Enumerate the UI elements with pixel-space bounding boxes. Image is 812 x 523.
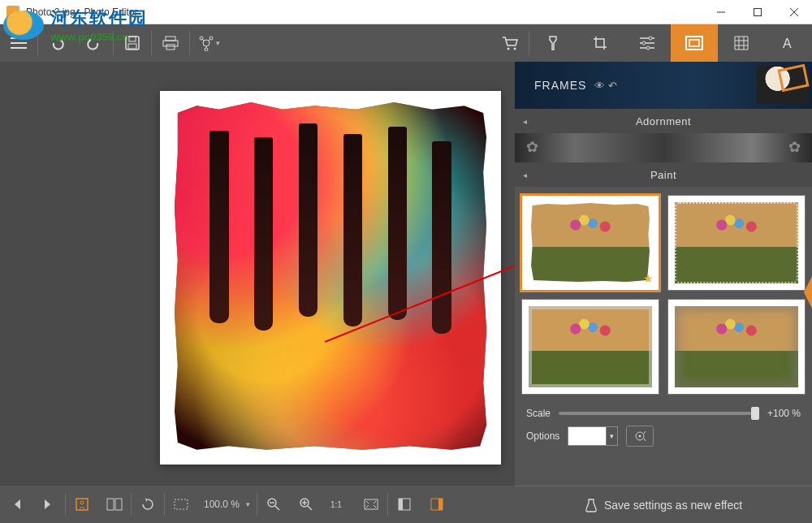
reset-icon[interactable]: ↶ [608, 80, 617, 92]
view-single-button[interactable] [66, 486, 98, 523]
section-paint-header[interactable]: ◂ Paint [515, 162, 812, 187]
section-adornment-label: Adornment [636, 115, 691, 128]
options-label: Options [526, 430, 559, 442]
panel-left-button[interactable] [388, 486, 421, 523]
zoom-out-button[interactable] [257, 486, 290, 523]
adornment-preview-strip[interactable] [515, 133, 812, 162]
svg-point-27 [646, 46, 650, 50]
visibility-toggle-icon[interactable]: 👁 [594, 80, 605, 92]
svg-rect-7 [126, 37, 139, 50]
section-adornment-header[interactable]: ◂ Adornment [515, 109, 812, 133]
svg-rect-10 [166, 37, 175, 41]
favorite-star-icon[interactable]: ★ [643, 272, 654, 285]
flask-icon [585, 498, 598, 512]
window-minimize-button[interactable] [702, 0, 739, 24]
prev-image-button[interactable] [0, 486, 32, 523]
svg-point-23 [649, 37, 652, 40]
frame-thumb-1[interactable]: ★ [521, 195, 659, 291]
workspace: 100.0 % ▾ 1:1 FRAMES 👁 ↶ ◂ Adornment [0, 62, 812, 523]
panel-right-button[interactable] [421, 486, 453, 523]
chevron-down-icon[interactable]: ▾ [246, 500, 250, 508]
zoom-in-button[interactable] [290, 486, 322, 523]
frame-preview [529, 306, 652, 387]
frame-thumbnails-grid: ★ [515, 187, 812, 403]
share-button[interactable]: ▾ [190, 24, 227, 62]
window-maximize-button[interactable] [739, 0, 775, 24]
next-image-button[interactable] [32, 486, 65, 523]
scale-label: Scale [526, 408, 551, 419]
save-button[interactable] [114, 24, 151, 62]
svg-rect-34 [107, 499, 114, 510]
cart-button[interactable] [491, 24, 529, 62]
svg-rect-29 [689, 40, 699, 46]
right-panel: FRAMES 👁 ↶ ◂ Adornment ◂ Paint ★ [515, 62, 812, 523]
svg-point-13 [203, 40, 209, 46]
canvas-area: 100.0 % ▾ 1:1 [0, 62, 515, 523]
main-toolbar: ▾ A [0, 24, 812, 62]
print-button[interactable] [152, 24, 189, 62]
color-dropdown-button[interactable]: ▾ [607, 426, 618, 446]
svg-rect-28 [686, 37, 702, 50]
zoom-preset-button[interactable] [165, 486, 197, 523]
frame-preview [675, 202, 798, 283]
svg-line-17 [202, 39, 204, 41]
save-effect-label: Save settings as new effect [604, 499, 742, 512]
redo-button[interactable] [76, 24, 113, 62]
tab-textures[interactable] [718, 24, 765, 62]
chevron-down-icon: ▾ [216, 39, 220, 47]
tab-frames[interactable] [671, 24, 718, 62]
tab-adjust[interactable] [624, 24, 671, 62]
frames-panel-header: FRAMES 👁 ↶ [515, 62, 812, 109]
photo-with-frame[interactable] [160, 91, 501, 465]
caret-icon: ◂ [523, 117, 528, 126]
app-icon [6, 6, 19, 19]
frames-header-illustration [757, 65, 809, 104]
rotate-button[interactable] [132, 486, 164, 523]
scale-value-text: +100 % [767, 408, 801, 419]
window-close-button[interactable] [775, 0, 812, 24]
svg-line-18 [209, 39, 210, 41]
svg-rect-11 [163, 41, 178, 46]
window-title: Photo 2.jpg - Photo Editor [26, 6, 137, 18]
zoom-actual-button[interactable]: 1:1 [322, 486, 355, 523]
frames-header-icons[interactable]: 👁 ↶ [594, 80, 617, 92]
canvas-viewport[interactable] [0, 62, 515, 486]
window-titlebar: Photo 2.jpg - Photo Editor [0, 0, 812, 24]
menu-button[interactable] [0, 24, 37, 62]
svg-rect-9 [128, 44, 136, 49]
caret-icon: ◂ [523, 171, 528, 179]
svg-rect-8 [129, 37, 136, 41]
svg-rect-49 [438, 499, 443, 510]
frame-thumb-2[interactable] [667, 195, 806, 291]
svg-rect-47 [399, 499, 403, 510]
bottom-toolbar: 100.0 % ▾ 1:1 [0, 486, 515, 523]
frame-preview [675, 306, 798, 387]
svg-rect-12 [166, 45, 175, 50]
options-control-row: Options ▾ [515, 422, 812, 455]
frame-thumb-3[interactable] [521, 299, 659, 395]
svg-rect-1 [754, 8, 761, 15]
tab-text[interactable]: A [765, 24, 812, 62]
undo-button[interactable] [38, 24, 76, 62]
zoom-level-text: 100.0 % [197, 499, 246, 510]
view-compare-button[interactable] [98, 486, 131, 523]
randomize-button[interactable] [626, 426, 654, 447]
svg-point-33 [80, 501, 84, 504]
save-as-new-effect-button[interactable]: Save settings as new effect [515, 486, 812, 523]
frame-preview [529, 202, 652, 283]
scale-slider[interactable] [559, 412, 759, 415]
svg-line-43 [308, 506, 312, 510]
photo-content [171, 102, 490, 453]
frame-color-swatch[interactable] [568, 426, 607, 446]
right-panel-tabs: A [529, 24, 812, 62]
zoom-fit-button[interactable] [355, 486, 387, 523]
tab-effects[interactable] [529, 24, 577, 62]
section-paint-label: Paint [650, 169, 676, 181]
svg-rect-36 [175, 499, 188, 509]
frame-thumb-4[interactable] [667, 299, 806, 395]
svg-text:1:1: 1:1 [330, 500, 342, 509]
svg-point-21 [514, 48, 516, 50]
svg-point-16 [205, 48, 208, 51]
tab-crop[interactable] [577, 24, 624, 62]
svg-point-20 [508, 48, 510, 50]
